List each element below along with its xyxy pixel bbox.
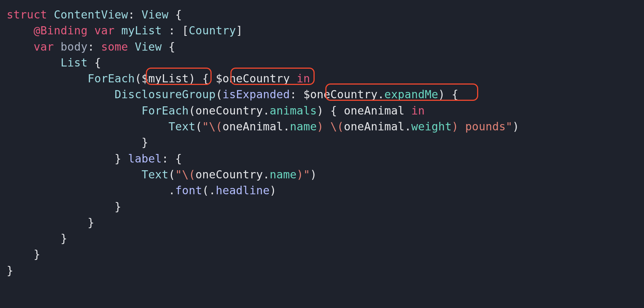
member-weight: weight (411, 120, 452, 133)
rpar: ) (310, 168, 317, 181)
lpar: ( (189, 104, 195, 117)
var-oneCountry: oneCountry (195, 168, 263, 181)
space (323, 120, 330, 133)
brace: } (61, 232, 67, 245)
brace: } (114, 152, 121, 165)
rpar: ) (438, 88, 445, 101)
rpar: ) (189, 72, 195, 85)
type-View: View (141, 8, 168, 21)
type-ForEach: ForEach (141, 104, 189, 117)
ident-body: body (61, 40, 88, 53)
member-animals: animals (270, 104, 317, 117)
type-ContentView: ContentView (54, 8, 128, 21)
var-myList: myList (121, 24, 162, 37)
brace: { (452, 88, 458, 101)
var-myList-binding: $myList (141, 72, 189, 85)
lpar: ( (195, 120, 202, 133)
type-View: View (135, 40, 162, 53)
brace: } (7, 264, 13, 277)
kw-in: in (411, 104, 425, 117)
dot: . (209, 184, 216, 197)
method-font: font (175, 184, 202, 197)
member-expandMe: expandMe (384, 88, 438, 101)
dot: . (263, 104, 270, 117)
colon: : (88, 40, 94, 53)
type-ForEach: ForEach (88, 72, 135, 85)
dot: . (168, 184, 175, 197)
brace: { (168, 40, 175, 53)
var-oneCountry: oneCountry (195, 104, 263, 117)
dot: . (377, 88, 384, 101)
kw-binding: @Binding (34, 24, 88, 37)
lpar: ( (216, 88, 222, 101)
lpar: ( (168, 168, 175, 181)
kw-var: var (94, 24, 114, 37)
rbracket: ] (236, 24, 243, 37)
brace: { (175, 8, 182, 21)
quote: " (175, 168, 182, 181)
interp-close: ) (297, 168, 303, 181)
member-name: name (290, 120, 317, 133)
brace: { (94, 56, 101, 69)
brace: } (88, 216, 94, 229)
interp-close: ) (317, 120, 323, 133)
brace: } (34, 248, 40, 261)
var-oneAnimal: oneAnimal (222, 120, 283, 133)
rpar: ) (270, 184, 276, 197)
type-DisclosureGroup: DisclosureGroup (114, 88, 216, 101)
enum-headline: headline (216, 184, 270, 197)
brace: } (141, 136, 148, 149)
kw-var: var (34, 40, 54, 53)
closure-arg-oneAnimal: oneAnimal (344, 104, 404, 117)
interp-open: \( (209, 120, 223, 133)
dot: . (404, 120, 411, 133)
var-oneCountry-binding: $oneCountry (304, 88, 378, 101)
kw-struct: struct (7, 8, 47, 21)
lbrace: { (330, 104, 337, 117)
dot: . (283, 120, 290, 133)
var-oneAnimal: oneAnimal (344, 120, 404, 133)
colon: : (290, 88, 297, 101)
lbrace: { (202, 72, 209, 85)
lbrace: { (175, 152, 182, 165)
kw-some: some (101, 40, 128, 53)
brace: } (114, 200, 121, 213)
str-tail: pounds (459, 120, 506, 133)
rpar: ) (317, 104, 323, 117)
type-List: List (61, 56, 88, 69)
code-block: struct ContentView: View { @Binding var … (0, 0, 644, 285)
closure-arg-oneCountry: $oneCountry (216, 72, 290, 85)
colon: : (128, 8, 135, 21)
quote: " (506, 120, 512, 133)
quote: " (202, 120, 209, 133)
lpar: ( (135, 72, 141, 85)
rpar: ) (513, 120, 519, 133)
colon: : (168, 24, 175, 37)
interp-close: ) (452, 120, 458, 133)
interp-open: \( (330, 120, 344, 133)
param-label: label (128, 152, 162, 165)
lbracket: [ (182, 24, 189, 37)
quote: " (304, 168, 310, 181)
colon: : (162, 152, 168, 165)
dot: . (263, 168, 270, 181)
param-isExpanded: isExpanded (222, 88, 290, 101)
member-name: name (270, 168, 297, 181)
type-Text: Text (168, 120, 195, 133)
interp-open: \( (182, 168, 196, 181)
type-Country: Country (189, 24, 236, 37)
type-Text: Text (141, 168, 168, 181)
kw-in: in (297, 72, 310, 85)
lpar: ( (202, 184, 209, 197)
